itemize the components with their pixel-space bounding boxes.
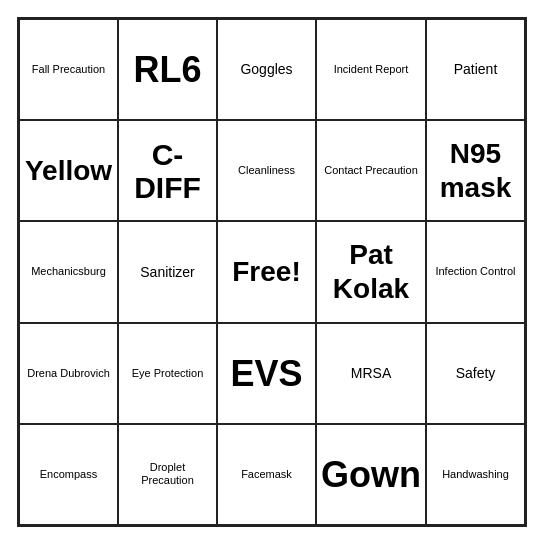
bingo-cell-r0c3: Incident Report: [316, 19, 426, 120]
bingo-cell-r3c0: Drena Dubrovich: [19, 323, 118, 424]
bingo-cell-r2c3: Pat Kolak: [316, 221, 426, 322]
bingo-cell-r3c3: MRSA: [316, 323, 426, 424]
bingo-cell-r0c2: Goggles: [217, 19, 316, 120]
bingo-cell-r2c1: Sanitizer: [118, 221, 217, 322]
bingo-cell-r0c1: RL6: [118, 19, 217, 120]
bingo-cell-r1c1: C-DIFF: [118, 120, 217, 221]
bingo-cell-r4c3: Gown: [316, 424, 426, 525]
bingo-cell-r2c0: Mechanicsburg: [19, 221, 118, 322]
bingo-cell-r2c2: Free!: [217, 221, 316, 322]
bingo-cell-r2c4: Infection Control: [426, 221, 525, 322]
bingo-cell-r4c0: Encompass: [19, 424, 118, 525]
bingo-cell-r0c4: Patient: [426, 19, 525, 120]
bingo-cell-r1c3: Contact Precaution: [316, 120, 426, 221]
bingo-cell-r4c2: Facemask: [217, 424, 316, 525]
bingo-cell-r3c4: Safety: [426, 323, 525, 424]
bingo-cell-r4c4: Handwashing: [426, 424, 525, 525]
bingo-cell-r3c1: Eye Protection: [118, 323, 217, 424]
bingo-cell-r4c1: Droplet Precaution: [118, 424, 217, 525]
bingo-card: Fall PrecautionRL6GogglesIncident Report…: [17, 17, 527, 527]
bingo-cell-r1c2: Cleanliness: [217, 120, 316, 221]
bingo-cell-r1c0: Yellow: [19, 120, 118, 221]
bingo-cell-r0c0: Fall Precaution: [19, 19, 118, 120]
bingo-cell-r3c2: EVS: [217, 323, 316, 424]
bingo-cell-r1c4: N95 mask: [426, 120, 525, 221]
